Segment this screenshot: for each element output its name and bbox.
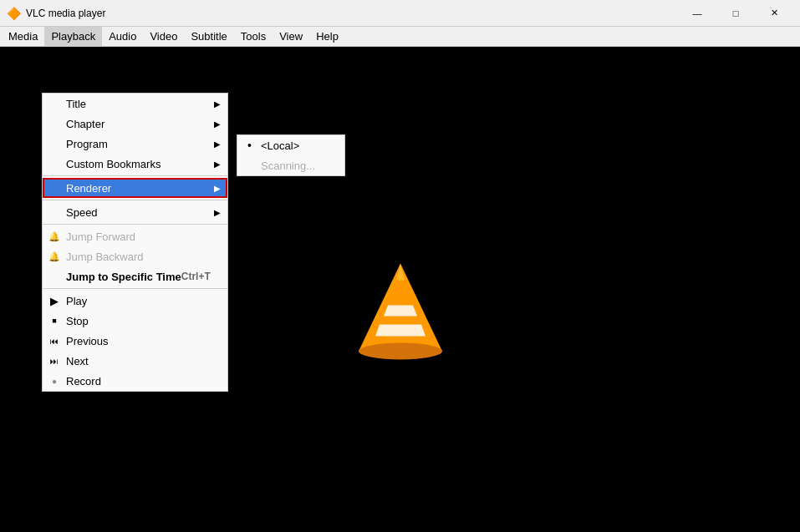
- cone-svg: [350, 259, 451, 367]
- menu-subtitle[interactable]: Subtitle: [184, 27, 233, 46]
- title-bar: 🔶 VLC media player — □ ✕: [0, 0, 800, 27]
- renderer-submenu: • <Local> Scanning...: [237, 134, 345, 176]
- record-icon: ●: [48, 377, 61, 386]
- menu-item-record[interactable]: ● Record: [43, 371, 227, 391]
- menu-view[interactable]: View: [273, 27, 309, 46]
- menu-playback[interactable]: Playback: [44, 27, 102, 46]
- menu-item-custom-bookmarks[interactable]: Custom Bookmarks ▶: [43, 154, 227, 174]
- separator: [43, 200, 227, 200]
- play-icon: ▶: [48, 295, 61, 307]
- stop-icon: ■: [48, 317, 61, 325]
- menu-media[interactable]: Media: [2, 27, 44, 46]
- empty-bullet: [247, 159, 261, 172]
- menu-item-jump-forward[interactable]: 🔔 Jump Forward: [43, 226, 227, 246]
- jump-forward-icon: 🔔: [48, 231, 61, 242]
- menu-item-title[interactable]: Title ▶: [43, 94, 227, 114]
- arrow-icon: ▶: [214, 160, 221, 169]
- svg-marker-2: [375, 324, 425, 336]
- arrow-icon: ▶: [214, 119, 221, 129]
- menu-video[interactable]: Video: [143, 27, 184, 46]
- menu-item-previous[interactable]: ⏮ Previous: [43, 331, 227, 351]
- menu-item-jump-backward[interactable]: 🔔 Jump Backward: [43, 246, 227, 266]
- separator: [43, 224, 227, 225]
- arrow-icon: ▶: [214, 139, 221, 149]
- menu-item-jump-specific[interactable]: Jump to Specific Time Ctrl+T: [43, 266, 227, 286]
- arrow-icon: ▶: [214, 99, 221, 109]
- arrow-icon: ▶: [214, 208, 221, 217]
- renderer-local[interactable]: • <Local>: [237, 135, 344, 155]
- menu-item-stop[interactable]: ■ Stop: [43, 311, 227, 331]
- bullet-icon: •: [247, 139, 261, 152]
- menu-item-chapter[interactable]: Chapter ▶: [43, 114, 227, 134]
- playback-menu: Title ▶ Chapter ▶ Program ▶ Custom Bookm…: [42, 93, 228, 392]
- menu-tools[interactable]: Tools: [234, 27, 273, 46]
- svg-point-3: [359, 342, 442, 359]
- svg-marker-1: [384, 305, 417, 316]
- previous-icon: ⏮: [48, 337, 61, 346]
- menu-item-next[interactable]: ⏭ Next: [43, 351, 227, 371]
- main-area: Title ▶ Chapter ▶ Program ▶ Custom Bookm…: [0, 47, 800, 532]
- menu-audio[interactable]: Audio: [102, 27, 143, 46]
- menu-bar: Media Playback Audio Video Subtitle Tool…: [0, 27, 800, 47]
- jump-backward-icon: 🔔: [48, 251, 61, 262]
- menu-item-renderer[interactable]: Renderer ▶: [43, 178, 227, 198]
- vlc-cone: [350, 259, 451, 370]
- maximize-button[interactable]: □: [716, 0, 755, 27]
- menu-item-play[interactable]: ▶ Play: [43, 291, 227, 311]
- close-button[interactable]: ✕: [755, 0, 793, 27]
- minimize-button[interactable]: —: [678, 0, 716, 27]
- shortcut-label: Ctrl+T: [181, 271, 217, 282]
- app-title: VLC media player: [26, 8, 678, 19]
- menu-item-speed[interactable]: Speed ▶: [43, 202, 227, 222]
- renderer-scanning[interactable]: Scanning...: [237, 155, 344, 175]
- separator: [43, 175, 227, 176]
- app-icon: 🔶: [7, 7, 21, 20]
- window-controls: — □ ✕: [678, 0, 793, 27]
- separator: [43, 288, 227, 289]
- menu-item-program[interactable]: Program ▶: [43, 134, 227, 154]
- menu-help[interactable]: Help: [309, 27, 345, 46]
- arrow-icon: ▶: [214, 184, 221, 193]
- next-icon: ⏭: [48, 357, 61, 366]
